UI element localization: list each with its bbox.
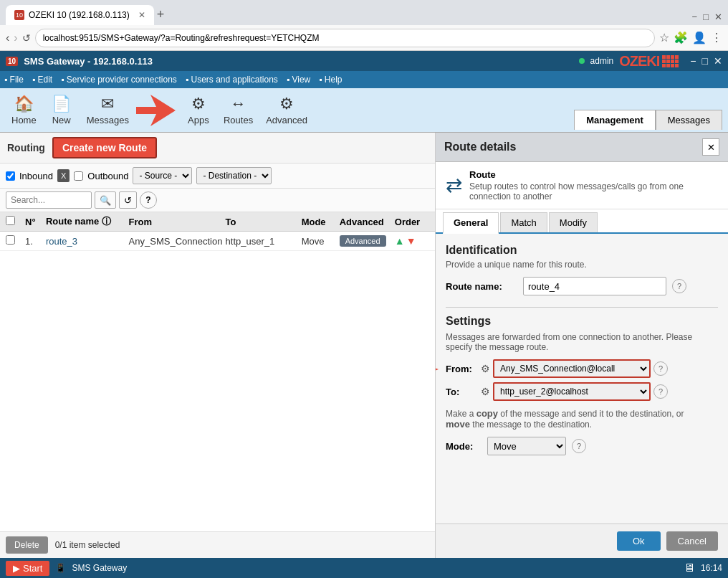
new-tab-button[interactable]: +	[157, 7, 165, 25]
minimize-app-button[interactable]: −	[690, 55, 696, 67]
bottom-bar: Delete 0/1 item selected	[0, 531, 435, 558]
management-tab[interactable]: Management	[574, 110, 655, 130]
settings-title: Settings	[446, 315, 718, 328]
tab-match[interactable]: Match	[500, 212, 547, 232]
new-button[interactable]: 📄 New	[44, 92, 80, 128]
inbound-checkbox[interactable]	[6, 171, 15, 181]
start-button[interactable]: ▶ Start	[6, 561, 49, 576]
inbound-x-button[interactable]: X	[57, 169, 70, 182]
order-up-icon[interactable]: ▲	[395, 235, 405, 247]
from-help-icon[interactable]: ?	[653, 361, 668, 376]
route-icon: ⇄	[446, 174, 462, 197]
tab-modify[interactable]: Modify	[549, 212, 598, 232]
tab-general[interactable]: General	[443, 212, 499, 234]
menu-service-provider[interactable]: ▪ Service provider connections	[61, 75, 177, 85]
create-new-route-button[interactable]: Create new Route	[52, 137, 157, 158]
menu-icon[interactable]: ⋮	[711, 31, 722, 44]
back-button[interactable]: ‹	[6, 32, 9, 44]
routes-button[interactable]: ↔ Routes	[218, 92, 259, 128]
panel-desc: Route Setup routes to control how messag…	[469, 169, 713, 202]
route-name-input[interactable]	[523, 277, 666, 295]
advanced-row-button[interactable]: Advanced	[340, 235, 386, 247]
address-input[interactable]	[35, 29, 655, 47]
col-order-header: Order	[395, 217, 429, 227]
from-gear-icon: ⚙	[481, 363, 490, 374]
minimize-browser-icon[interactable]: −	[692, 11, 698, 22]
row-advanced[interactable]: Advanced	[340, 235, 395, 247]
gateway-label: SMS Gateway	[72, 563, 127, 573]
advanced-toolbar-button[interactable]: ⚙ Advanced	[260, 92, 313, 128]
messages-tab[interactable]: Messages	[656, 110, 722, 130]
to-help-icon[interactable]: ?	[653, 384, 668, 399]
select-all-checkbox[interactable]	[6, 216, 15, 225]
ok-button[interactable]: Ok	[617, 531, 661, 551]
ozeki-logo: OZEKI	[619, 53, 679, 70]
row-checkbox[interactable]	[6, 235, 15, 245]
start-label: Start	[23, 563, 42, 574]
table-row[interactable]: 1. route_3 Any_SMS_Connection http_user_…	[0, 232, 435, 251]
row-check[interactable]	[6, 235, 25, 247]
home-button[interactable]: 🏠 Home	[6, 92, 42, 128]
row-from: Any_SMS_Connection	[129, 236, 226, 247]
menu-users[interactable]: ▪ Users and applications	[186, 75, 278, 85]
panel-header: Route details ✕	[436, 133, 728, 162]
toolbar-tabs: Management Messages	[574, 110, 722, 130]
refresh-list-button[interactable]: ↺	[119, 191, 137, 209]
search-button[interactable]: 🔍	[95, 191, 116, 209]
cancel-button[interactable]: Cancel	[666, 531, 718, 551]
row-name[interactable]: route_3	[46, 236, 129, 247]
browser-tab[interactable]: 10 OZEKI 10 (192.168.0.113) ✕	[6, 5, 154, 25]
maximize-browser-icon[interactable]: □	[703, 11, 709, 22]
status-dot	[579, 58, 585, 64]
forward-button[interactable]: ›	[14, 32, 17, 44]
to-label: To:	[446, 387, 478, 397]
delete-button[interactable]: Delete	[6, 536, 48, 554]
source-select[interactable]: - Source -	[133, 167, 192, 184]
settings-desc: Messages are forwarded from one connecti…	[446, 332, 718, 352]
admin-label: admin	[590, 56, 614, 66]
start-icon: ▶	[13, 563, 20, 574]
search-input[interactable]	[6, 191, 92, 209]
mode-select[interactable]: Move Copy	[487, 437, 566, 455]
route-name-help-icon[interactable]: ?	[672, 279, 686, 293]
destination-select[interactable]: - Destination -	[196, 167, 272, 184]
mode-help-icon[interactable]: ?	[572, 439, 586, 453]
help-button[interactable]: ?	[140, 191, 157, 209]
messages-icon: ✉	[101, 95, 114, 113]
menu-help[interactable]: ▪ Help	[319, 75, 342, 85]
menu-file[interactable]: ▪ File	[4, 75, 24, 85]
menu-view[interactable]: ▪ View	[287, 75, 310, 85]
panel-footer: Ok Cancel	[436, 523, 728, 558]
close-browser-icon[interactable]: ✕	[714, 11, 722, 22]
breadcrumb-row: Routing Create new Route	[0, 133, 435, 164]
main-content: Routing Create new Route Inbound X Outbo…	[0, 133, 728, 558]
panel-icon-section: ⇄ Route Setup routes to control how mess…	[436, 162, 728, 209]
messages-label: Messages	[87, 115, 129, 125]
maximize-app-button[interactable]: □	[702, 55, 708, 67]
close-app-button[interactable]: ✕	[714, 55, 722, 67]
apps-label: Apps	[188, 115, 209, 125]
refresh-button[interactable]: ↺	[22, 32, 31, 44]
svg-marker-0	[136, 95, 176, 126]
from-label: From:	[446, 364, 478, 374]
menu-edit[interactable]: ▪ Edit	[32, 75, 52, 85]
messages-button[interactable]: ✉ Messages	[81, 92, 135, 128]
monitor-icon: 🖥	[684, 562, 695, 574]
outbound-checkbox[interactable]	[74, 171, 83, 181]
from-select[interactable]: Any_SMS_Connection@locall	[493, 359, 651, 378]
panel-tabs: General Match Modify	[436, 209, 728, 234]
extensions-icon[interactable]: 🧩	[674, 31, 688, 44]
status-bar: ▶ Start 📱 SMS Gateway 🖥 16:14	[0, 558, 728, 578]
close-tab-icon[interactable]: ✕	[138, 10, 145, 20]
title-bar-title: SMS Gateway - 192.168.0.113	[24, 56, 573, 67]
col-name-header[interactable]: Route name ⓘ	[46, 215, 129, 228]
bookmark-icon[interactable]: ☆	[659, 31, 669, 44]
tab-favicon: 10	[14, 10, 24, 20]
apps-button[interactable]: ⚙ Apps	[181, 92, 216, 128]
order-down-icon[interactable]: ▼	[406, 235, 416, 247]
to-select[interactable]: http_user_2@localhost	[493, 382, 651, 401]
row-mode: Move	[302, 236, 340, 247]
route-link[interactable]: route_3	[46, 236, 77, 247]
panel-close-button[interactable]: ✕	[702, 138, 719, 156]
profile-icon[interactable]: 👤	[692, 31, 707, 44]
